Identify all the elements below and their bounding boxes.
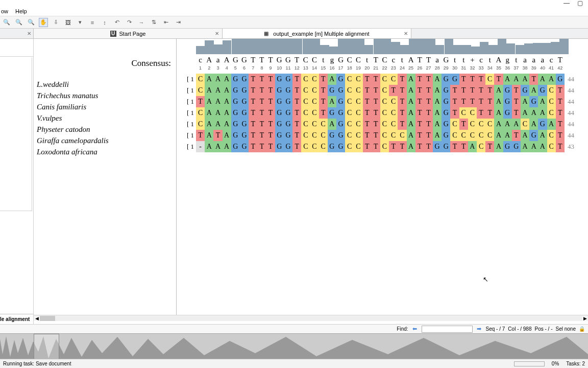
nt-cell[interactable]: C (547, 130, 556, 141)
sequence-row[interactable]: 1-AAAGGTTTGGTCCCGGCCTTCTTATTGGTTACTAGGAA… (177, 141, 588, 152)
nt-cell[interactable]: T (450, 107, 459, 119)
nt-cell[interactable]: G (284, 96, 292, 107)
nt-cell[interactable]: T (292, 74, 301, 85)
nt-cell[interactable]: C (485, 119, 494, 130)
sequence-row[interactable]: 1TATAGGTTTGGTCCCGGCCTTCCCATTAGCCCCCAATAG… (177, 130, 588, 141)
nt-cell[interactable]: T (319, 85, 328, 96)
lock-icon[interactable]: 🔒 (579, 326, 585, 332)
nt-cell[interactable]: A (223, 107, 231, 119)
nt-cell[interactable]: T (398, 85, 406, 96)
nt-cell[interactable]: T (249, 96, 257, 107)
nt-cell[interactable]: G (284, 119, 292, 130)
sequence-row[interactable]: 1CAAAGGTTTGGTCCTAGCCTTCCTATTAGGTTTCTAAAT… (177, 74, 588, 85)
nt-cell[interactable]: C (380, 74, 389, 85)
nt-cell[interactable]: T (398, 107, 406, 119)
nt-cell[interactable]: G (231, 119, 240, 130)
nt-cell[interactable]: G (442, 107, 450, 119)
minimize-button[interactable]: — (564, 1, 570, 6)
tab-alignment[interactable]: ▦ output_example [m] Multiple alignment … (223, 29, 411, 38)
nt-cell[interactable]: A (205, 141, 213, 152)
nt-cell[interactable]: T (512, 96, 521, 107)
nt-cell[interactable]: C (389, 96, 398, 107)
nt-cell[interactable]: G (284, 107, 292, 119)
nt-cell[interactable]: C (398, 130, 406, 141)
sequence-name[interactable]: V.vulpes (34, 112, 176, 124)
nt-cell[interactable]: A (521, 107, 529, 119)
nt-cell[interactable]: G (538, 85, 547, 96)
nt-cell[interactable]: A (328, 74, 336, 85)
image-icon[interactable]: 🖼 (63, 18, 72, 27)
nt-cell[interactable]: G (442, 85, 450, 96)
nt-cell[interactable]: C (354, 74, 362, 85)
nt-cell[interactable]: A (213, 85, 222, 96)
nt-cell[interactable]: G (240, 74, 249, 85)
nt-cell[interactable]: T (363, 96, 372, 107)
nt-cell[interactable]: C (345, 119, 354, 130)
nt-cell[interactable]: A (223, 96, 231, 107)
nt-cell[interactable]: G (275, 74, 284, 85)
nt-cell[interactable]: T (372, 141, 380, 152)
nt-cell[interactable]: G (275, 107, 284, 119)
nt-cell[interactable]: T (257, 74, 266, 85)
nt-cell[interactable]: T (398, 74, 406, 85)
scroll-right-icon[interactable]: ▶ (582, 316, 588, 321)
nt-cell[interactable]: T (415, 85, 424, 96)
nt-cell[interactable]: C (345, 74, 354, 85)
nt-cell[interactable]: G (240, 85, 249, 96)
nt-cell[interactable]: A (538, 74, 547, 85)
nt-cell[interactable]: T (257, 130, 266, 141)
nt-cell[interactable]: C (310, 96, 318, 107)
nt-cell[interactable]: A (433, 107, 442, 119)
nt-cell[interactable]: T (556, 141, 565, 152)
nt-cell[interactable]: G (231, 141, 240, 152)
nt-cell[interactable]: C (301, 85, 310, 96)
filter-icon[interactable]: ▾ (76, 18, 85, 27)
nt-cell[interactable]: C (345, 141, 354, 152)
nt-cell[interactable]: T (249, 119, 257, 130)
nt-cell[interactable]: T (372, 74, 380, 85)
nt-cell[interactable]: A (213, 141, 222, 152)
nt-cell[interactable]: T (398, 141, 406, 152)
nt-cell[interactable]: G (275, 130, 284, 141)
nt-cell[interactable]: T (424, 130, 433, 141)
nt-cell[interactable]: C (310, 74, 318, 85)
nt-cell[interactable]: A (494, 130, 503, 141)
maximize-button[interactable]: ▢ (577, 1, 583, 6)
nt-cell[interactable]: C (301, 119, 310, 130)
nt-cell[interactable]: A (503, 130, 512, 141)
settings-icon[interactable]: ⇅ (149, 18, 158, 27)
nt-cell[interactable]: T (249, 107, 257, 119)
nt-cell[interactable]: T (363, 141, 372, 152)
nt-cell[interactable]: A (503, 74, 512, 85)
nt-cell[interactable]: C (450, 119, 459, 130)
nt-cell[interactable]: T (424, 74, 433, 85)
nt-cell[interactable]: G (529, 96, 538, 107)
menu-help[interactable]: Help (15, 8, 27, 14)
nt-cell[interactable]: C (345, 130, 354, 141)
nt-cell[interactable]: C (459, 107, 468, 119)
nt-cell[interactable]: T (196, 130, 205, 141)
nt-cell[interactable]: T (257, 141, 266, 152)
nt-cell[interactable]: A (503, 119, 512, 130)
sequence-name[interactable]: L.weddelli (34, 79, 176, 90)
nt-cell[interactable]: T (257, 119, 266, 130)
nt-cell[interactable]: G (275, 119, 284, 130)
nt-cell[interactable]: C (477, 130, 485, 141)
nt-cell[interactable]: G (442, 96, 450, 107)
nt-cell[interactable]: C (196, 85, 205, 96)
nt-cell[interactable]: A (468, 141, 477, 152)
nt-cell[interactable]: T (459, 85, 468, 96)
nt-cell[interactable]: T (477, 74, 485, 85)
nt-cell[interactable]: T (415, 107, 424, 119)
find-input[interactable] (422, 326, 473, 333)
nt-cell[interactable]: C (380, 119, 389, 130)
nt-cell[interactable]: A (494, 119, 503, 130)
nt-cell[interactable]: G (284, 85, 292, 96)
horizontal-scrollbar[interactable]: ◀ ▶ (34, 315, 588, 321)
nt-cell[interactable]: T (266, 141, 275, 152)
sequence-row[interactable]: 1CAAAGGTTTGGTCCTGGCCTTCTTATTAGTTTTTAGTGA… (177, 85, 588, 96)
tab-start-page[interactable]: U Start Page ✕ (34, 29, 223, 38)
nt-cell[interactable]: A (205, 130, 213, 141)
nt-cell[interactable]: A (213, 119, 222, 130)
nt-cell[interactable]: A (223, 119, 231, 130)
